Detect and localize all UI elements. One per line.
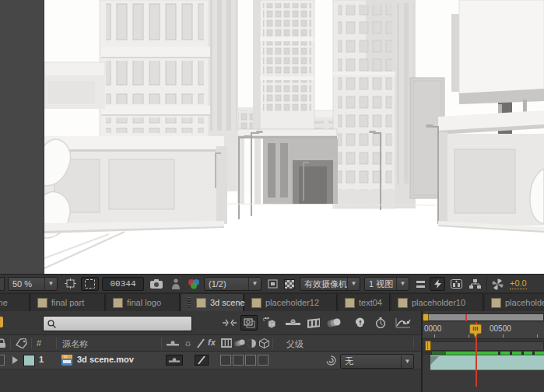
layer-index: 1 bbox=[39, 355, 44, 364]
pane-divider[interactable] bbox=[421, 311, 423, 392]
timeline-button[interactable] bbox=[448, 277, 464, 291]
timeline-panel: # 源名称 ☼ fx 父级 bbox=[0, 311, 544, 392]
camera-view-value: 有效摄像机 bbox=[300, 278, 347, 290]
center-skyscraper bbox=[253, 0, 314, 138]
region-of-interest-button[interactable] bbox=[265, 277, 280, 291]
auto-keyframe-button[interactable] bbox=[372, 315, 389, 331]
work-area-start-handle[interactable] bbox=[425, 341, 431, 351]
show-snapshot-person-icon[interactable] bbox=[169, 277, 183, 291]
tab-final-part[interactable]: final part bbox=[31, 294, 105, 311]
current-time-field[interactable]: 00344 bbox=[102, 277, 144, 291]
right-billboard bbox=[451, 0, 544, 118]
source-name-column-header[interactable]: 源名称 bbox=[62, 338, 88, 350]
search-icon bbox=[47, 320, 56, 328]
composition-icon bbox=[37, 298, 47, 308]
shy-switch[interactable] bbox=[166, 355, 183, 366]
navigator-start-handle[interactable] bbox=[423, 313, 429, 321]
tab-scene[interactable]: cene bbox=[0, 294, 30, 311]
magnification-value: 50 % bbox=[9, 279, 44, 289]
chevron-down-icon: ▼ bbox=[401, 355, 413, 368]
motion-blur-column-icon[interactable] bbox=[234, 338, 245, 348]
timeline-toolbar bbox=[0, 311, 421, 334]
label-column-icon[interactable] bbox=[16, 338, 28, 348]
fast-previews-button[interactable] bbox=[430, 277, 445, 291]
lock-column-icon bbox=[0, 338, 6, 348]
layer-duration-bar[interactable] bbox=[430, 355, 544, 370]
after-effects-window: 50 %▼ 00344 (1/2)▼ 有效摄像机▼ 1 视 bbox=[0, 0, 544, 392]
composition-icon bbox=[398, 298, 408, 308]
left-podium-wall bbox=[44, 136, 227, 224]
view-layout-dropdown[interactable]: 1 视图▼ bbox=[364, 277, 409, 291]
tab-text04[interactable]: text04 bbox=[339, 294, 390, 311]
layer-row[interactable]: 1 31 3d scene.mov 无▼ bbox=[0, 352, 421, 369]
parent-value: 无 bbox=[341, 355, 401, 367]
exposure-value[interactable]: +0.0 bbox=[510, 277, 544, 291]
composition-viewport[interactable] bbox=[0, 0, 544, 274]
parent-dropdown[interactable]: 无▼ bbox=[340, 354, 414, 369]
flowchart-button[interactable] bbox=[467, 277, 483, 291]
chevron-down-icon: ▼ bbox=[248, 278, 261, 290]
label-color-swatch[interactable] bbox=[23, 355, 35, 366]
divider bbox=[486, 277, 487, 291]
reset-exposure-button[interactable] bbox=[490, 277, 506, 291]
time-navigator-bar[interactable] bbox=[423, 313, 544, 321]
magnification-dropdown[interactable]: 50 %▼ bbox=[8, 277, 58, 291]
search-input[interactable] bbox=[58, 317, 191, 330]
snapshot-camera-icon[interactable] bbox=[148, 277, 165, 291]
adjustment-layer-column-icon[interactable] bbox=[247, 338, 257, 348]
current-time-display-fragment[interactable] bbox=[0, 317, 3, 327]
expand-triangle[interactable] bbox=[12, 356, 18, 364]
shy-button[interactable] bbox=[284, 315, 301, 331]
camera-view-dropdown[interactable]: 有效摄像机▼ bbox=[300, 277, 360, 291]
collapse-column-icon[interactable]: ☼ bbox=[184, 338, 192, 348]
tab-3d-scene[interactable]: 3d scene× bbox=[181, 294, 244, 311]
tab-placeholder0[interactable]: placeholder0 bbox=[485, 294, 544, 311]
channels-rgb-icon[interactable] bbox=[186, 277, 202, 291]
effects-column-icon[interactable]: fx bbox=[208, 338, 216, 347]
frame-blend-column-icon[interactable] bbox=[221, 338, 232, 348]
quality-switch[interactable] bbox=[195, 355, 209, 366]
frame-blend-button[interactable] bbox=[305, 315, 322, 331]
brainstorm-button[interactable] bbox=[352, 315, 369, 331]
layer-name[interactable]: 3d scene.mov bbox=[77, 355, 134, 364]
footage-file-icon: 31 bbox=[61, 355, 73, 366]
adjustment-switch[interactable] bbox=[245, 355, 256, 366]
navigator-cti-tick bbox=[465, 314, 467, 321]
work-area-row bbox=[423, 339, 544, 352]
mask-visibility-button[interactable] bbox=[81, 277, 99, 291]
tab-placeholder12[interactable]: placeholder12 bbox=[245, 294, 337, 311]
timeline-search[interactable] bbox=[43, 316, 192, 331]
composition-icon bbox=[491, 298, 501, 308]
motion-blur-button[interactable] bbox=[325, 315, 342, 331]
comp-button[interactable] bbox=[240, 315, 258, 331]
draft-3d-button[interactable] bbox=[260, 315, 277, 331]
transparency-grid-button[interactable] bbox=[282, 277, 297, 291]
time-ruler[interactable]: 0000 00500 bbox=[423, 322, 544, 339]
tab-final-logo[interactable]: final logo bbox=[107, 294, 180, 311]
cube-3d-column-icon[interactable] bbox=[259, 338, 269, 348]
pixel-aspect-button[interactable] bbox=[413, 277, 427, 291]
tab-grip bbox=[188, 297, 191, 308]
parent-column-header[interactable]: 父级 bbox=[286, 338, 304, 350]
pick-whip-icon[interactable] bbox=[325, 355, 337, 366]
resolution-dropdown[interactable]: (1/2)▼ bbox=[204, 277, 261, 291]
quality-column-icon[interactable] bbox=[196, 338, 205, 348]
svg-text:31: 31 bbox=[64, 355, 68, 359]
work-area-bar[interactable] bbox=[430, 341, 544, 351]
composition-marker[interactable] bbox=[469, 324, 482, 339]
motion-blur-switch[interactable] bbox=[233, 355, 244, 366]
view-layout-value: 1 视图 bbox=[365, 278, 396, 290]
frame-blend-switch[interactable] bbox=[220, 355, 231, 366]
timeline-track-area: 0000 00500 bbox=[421, 311, 544, 392]
graph-editor-button[interactable] bbox=[393, 315, 413, 331]
ruler-label-start: 0000 bbox=[424, 324, 441, 333]
layer-in-notch bbox=[430, 356, 439, 365]
grid-guides-button[interactable] bbox=[61, 277, 79, 291]
composition-icon bbox=[345, 298, 355, 308]
mini-flowchart-button[interactable] bbox=[221, 315, 238, 331]
index-column-header[interactable]: # bbox=[37, 338, 41, 348]
cube-3d-switch[interactable] bbox=[258, 355, 268, 366]
tab-placeholder10[interactable]: placeholder10 bbox=[391, 294, 483, 311]
shy-column-icon[interactable] bbox=[166, 340, 180, 348]
ram-preview-cache-line bbox=[423, 352, 544, 355]
